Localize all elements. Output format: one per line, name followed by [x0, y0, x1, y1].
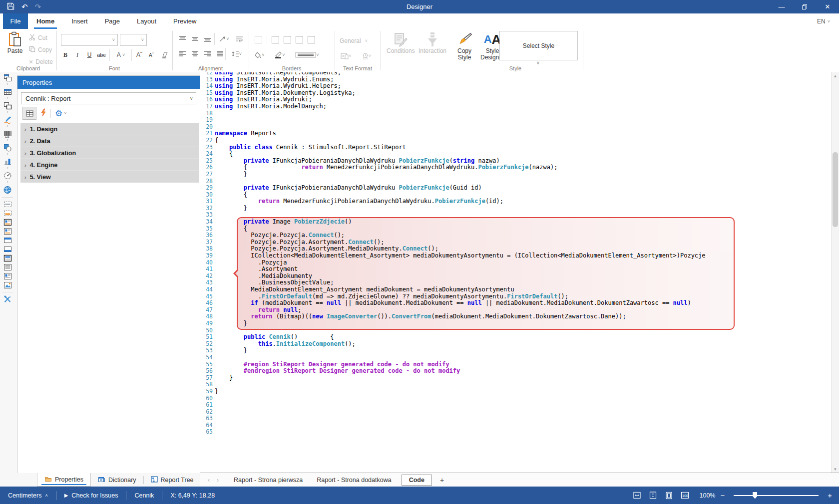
style-gallery-chevron[interactable]: ˅: [499, 60, 577, 66]
zoom-in-button[interactable]: +: [828, 492, 832, 499]
delete-button[interactable]: × Delete: [29, 58, 53, 66]
zoom-slider-thumb[interactable]: [753, 492, 757, 499]
scroll-up-icon[interactable]: ▲: [832, 72, 839, 79]
tab-report-tree[interactable]: Report Tree: [144, 473, 201, 487]
data-band-icon[interactable]: [0, 219, 15, 226]
tab-properties[interactable]: Properties: [37, 473, 91, 487]
copy-button[interactable]: Copy: [29, 46, 52, 54]
add-page-button[interactable]: +: [435, 476, 449, 484]
code-lines[interactable]: using Stimulsoft.Report.Components;using…: [215, 72, 831, 473]
section-design[interactable]: ›1. Design: [20, 123, 199, 135]
font-name-combobox[interactable]: ˅: [61, 34, 118, 46]
page-tab-first[interactable]: Raport - Strona pierwsza: [227, 475, 310, 485]
chart-icon[interactable]: ›: [0, 158, 15, 170]
section-view[interactable]: ›5. View: [20, 171, 199, 183]
border-pen-button[interactable]: ˅: [271, 49, 289, 61]
paste-button[interactable]: Paste: [1, 31, 29, 54]
vertical-scrollbar[interactable]: ▲ ▼: [831, 72, 839, 473]
border-all-button[interactable]: [255, 36, 262, 43]
cut-button[interactable]: Cut: [29, 34, 47, 42]
maximize-button[interactable]: [793, 0, 816, 13]
border-top-button[interactable]: [296, 36, 303, 43]
tab-home[interactable]: Home: [28, 13, 63, 29]
select-style-button[interactable]: Select Style: [499, 31, 578, 60]
events-button[interactable]: [40, 108, 46, 118]
zoom-onehundred-icon[interactable]: 100: [679, 491, 690, 501]
check-for-issues-button[interactable]: ▶Check for Issues: [56, 487, 126, 504]
fit-page-height-icon[interactable]: [647, 491, 658, 501]
conditions-button[interactable]: Conditions: [387, 31, 415, 54]
save-icon[interactable]: [7, 2, 14, 11]
tab-layout[interactable]: Layout: [128, 13, 165, 29]
tab-dictionary[interactable]: Dictionary: [91, 473, 143, 487]
shrink-font-button[interactable]: Aˇ: [145, 49, 157, 61]
minimize-button[interactable]: —: [770, 0, 793, 13]
align-left-icon[interactable]: [176, 48, 188, 60]
fit-page-width-icon[interactable]: [631, 491, 642, 501]
text-lines-icon[interactable]: [0, 263, 15, 271]
align-middle-icon[interactable]: [189, 33, 201, 45]
currency-format-button[interactable]: ¤˅: [338, 50, 355, 62]
close-button[interactable]: ✕: [816, 0, 839, 13]
copy-style-button[interactable]: Copy Style: [450, 31, 478, 61]
primitives-icon[interactable]: ›: [0, 144, 15, 156]
border-left-button[interactable]: [284, 36, 291, 43]
section-globalization[interactable]: ›3. Globalization: [20, 147, 199, 159]
scrollbar-thumb[interactable]: [833, 152, 838, 227]
report-title-band-icon[interactable]: [0, 201, 15, 208]
clear-format-button[interactable]: [159, 49, 171, 61]
page-header-band-icon[interactable]: [0, 210, 15, 217]
zoom-out-button[interactable]: −: [720, 492, 725, 499]
tab-insert[interactable]: Insert: [63, 13, 96, 29]
align-top-icon[interactable]: [176, 33, 188, 45]
redo-icon[interactable]: ↷: [35, 2, 41, 11]
zoom-slider[interactable]: [734, 495, 819, 496]
report-name-status[interactable]: Cennik: [126, 487, 162, 504]
settings-gear-button[interactable]: ⚙˅: [55, 109, 67, 118]
report-selector-dropdown[interactable]: Cennik : Report˅: [21, 92, 196, 104]
barcode-icon[interactable]: 123›: [0, 130, 15, 142]
interaction-button[interactable]: Interaction: [419, 31, 446, 54]
border-outside-button[interactable]: [272, 36, 279, 43]
align-justify-icon[interactable]: [214, 48, 226, 60]
font-color-button[interactable]: A ˅: [112, 49, 129, 61]
fit-whole-page-icon[interactable]: [663, 491, 674, 501]
text-angle-button[interactable]: ˅: [216, 33, 232, 45]
footer-band-icon[interactable]: [0, 246, 15, 253]
map-icon[interactable]: [0, 186, 15, 194]
code-editor[interactable]: 1213141516171819202122232425262728293031…: [200, 72, 839, 473]
card-icon[interactable]: [0, 272, 15, 280]
strikethrough-button[interactable]: abc: [95, 49, 107, 61]
number-format-dropdown[interactable]: General˅: [340, 35, 375, 47]
page-tab-additional[interactable]: Raport - Strona dodatkowa: [310, 475, 398, 485]
page-nav-left-icon[interactable]: ‹: [208, 477, 210, 484]
tab-preview[interactable]: Preview: [165, 13, 205, 29]
language-selector[interactable]: EN˅: [817, 13, 830, 29]
italic-button[interactable]: I: [71, 49, 83, 61]
line-spacing-button[interactable]: ˅: [228, 48, 245, 60]
header-band-icon[interactable]: [0, 237, 15, 244]
tab-page[interactable]: Page: [96, 13, 128, 29]
file-tab[interactable]: File: [3, 13, 28, 29]
section-engine[interactable]: ›4. Engine: [20, 159, 199, 171]
tools-icon[interactable]: [0, 295, 15, 303]
word-wrap-button[interactable]: [233, 33, 245, 45]
gauge-icon[interactable]: ›: [0, 172, 15, 184]
section-data[interactable]: ›2. Data: [20, 135, 199, 147]
bold-button[interactable]: B: [59, 49, 71, 61]
align-center-icon[interactable]: [189, 48, 201, 60]
border-style-button[interactable]: ˅: [293, 49, 322, 61]
font-size-combobox[interactable]: ˅: [120, 34, 147, 46]
datetime-format-button[interactable]: 123˅: [358, 50, 376, 62]
scroll-down-icon[interactable]: ▼: [832, 466, 839, 473]
page-nav-right-icon[interactable]: ›: [217, 477, 219, 484]
property-grid-button[interactable]: [22, 107, 36, 120]
border-right-button[interactable]: [308, 36, 315, 43]
data-band-alt-icon[interactable]: [0, 228, 15, 235]
align-bottom-icon[interactable]: [201, 33, 213, 45]
page-tab-code[interactable]: Code: [402, 475, 432, 486]
table-icon[interactable]: ›: [0, 88, 15, 100]
text-component-icon[interactable]: ›: [0, 74, 15, 86]
grow-font-button[interactable]: Aˆ: [133, 49, 145, 61]
units-selector[interactable]: Centimeters˄: [0, 487, 56, 504]
